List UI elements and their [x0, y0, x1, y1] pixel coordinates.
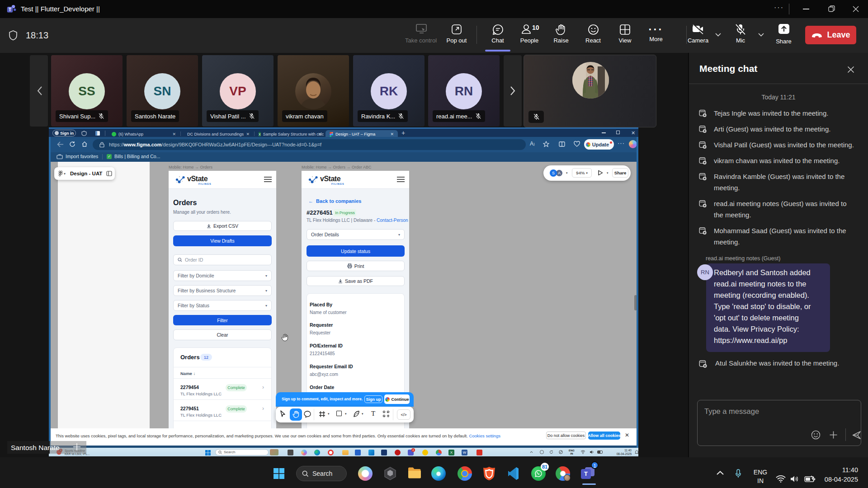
svg-text:T: T: [9, 7, 12, 12]
svg-text:10: 10: [532, 24, 539, 31]
